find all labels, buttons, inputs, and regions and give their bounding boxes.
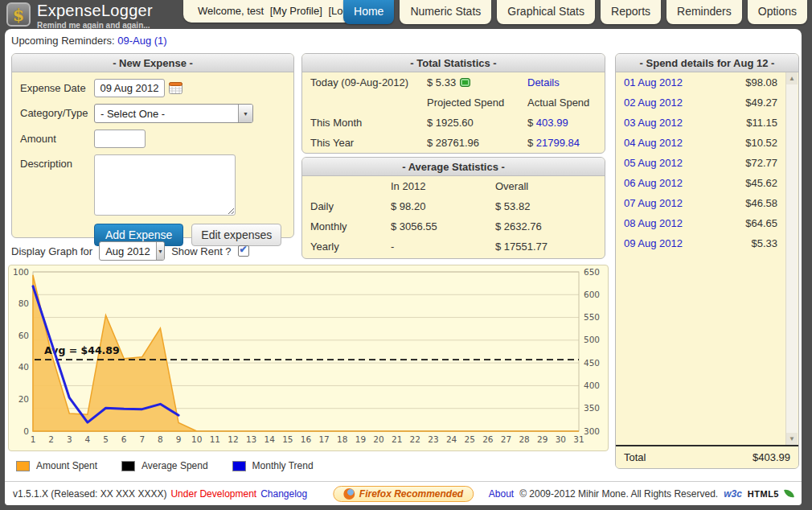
svg-text:7: 7 bbox=[139, 434, 145, 444]
svg-text:400: 400 bbox=[584, 380, 600, 390]
tab-reports[interactable]: Reports bbox=[601, 0, 661, 24]
spend-total-value: $403.99 bbox=[753, 451, 790, 463]
changelog-link[interactable]: Changelog bbox=[260, 488, 307, 500]
details-link[interactable]: Details bbox=[527, 76, 560, 88]
tab-numeric-stats[interactable]: Numeric Stats bbox=[400, 0, 491, 24]
spend-date-link[interactable]: 04 Aug 2012 bbox=[624, 137, 683, 149]
list-item: 02 Aug 2012 $49.27 bbox=[616, 93, 798, 113]
actual-spend-header: Actual Spend bbox=[527, 97, 605, 109]
yearly-overall: $ 17551.77 bbox=[495, 241, 605, 253]
currency-prefix: $ bbox=[527, 137, 536, 149]
legend-label: Amount Spent bbox=[36, 460, 97, 471]
svg-text:3: 3 bbox=[67, 434, 72, 444]
svg-text:30: 30 bbox=[556, 434, 566, 444]
footer-bar: v1.5.1.X (Released: XX XXX XXXX) Under D… bbox=[5, 481, 802, 505]
table-row: Monthly $ 3056.55 $ 2632.76 bbox=[302, 216, 605, 236]
svg-text:21: 21 bbox=[392, 434, 402, 444]
amount-input[interactable] bbox=[94, 130, 146, 148]
svg-text:8: 8 bbox=[158, 434, 163, 444]
firefox-recommended-badge[interactable]: Firefox Recommended bbox=[333, 486, 474, 502]
table-row: This Year $ 28761.96 $ 21799.84 bbox=[302, 133, 605, 153]
expense-date-input[interactable] bbox=[94, 79, 165, 97]
svg-text:40: 40 bbox=[18, 362, 29, 372]
my-profile-link[interactable]: [My Profile] bbox=[270, 5, 322, 17]
show-rent-label: Show Rent ? bbox=[171, 245, 231, 257]
svg-text:6: 6 bbox=[121, 434, 127, 444]
spend-amount: $46.58 bbox=[745, 197, 777, 209]
tab-reminders[interactable]: Reminders bbox=[666, 0, 742, 24]
upcoming-reminders-bar: Upcoming Reminders: 09-Aug (1) bbox=[11, 35, 167, 47]
upcoming-reminder-link[interactable]: 09-Aug (1) bbox=[117, 35, 166, 47]
svg-text:19: 19 bbox=[355, 434, 366, 444]
calendar-icon[interactable] bbox=[169, 81, 182, 97]
app-title: ExpenseLogger bbox=[37, 2, 153, 20]
spend-date-link[interactable]: 05 Aug 2012 bbox=[624, 157, 683, 169]
svg-text:550: 550 bbox=[584, 312, 600, 322]
svg-text:15: 15 bbox=[282, 434, 293, 444]
monthly-label: Monthly bbox=[310, 220, 391, 232]
tab-home[interactable]: Home bbox=[343, 0, 394, 24]
spend-date-link[interactable]: 06 Aug 2012 bbox=[624, 177, 683, 189]
list-item: 05 Aug 2012 $72.77 bbox=[616, 153, 798, 173]
this-year-label: This Year bbox=[310, 137, 427, 149]
legend-item-amount-spent: Amount Spent bbox=[16, 460, 97, 471]
spend-details-panel: - Spend details for Aug 12 - 01 Aug 2012… bbox=[615, 53, 799, 469]
graph-period-select[interactable]: Aug 2012 ▼ bbox=[99, 241, 165, 261]
description-label: Description bbox=[20, 154, 94, 170]
category-select[interactable]: - Select One - ▼ bbox=[94, 104, 253, 123]
list-item: 06 Aug 2012 $45.62 bbox=[616, 173, 798, 193]
svg-text:450: 450 bbox=[584, 358, 600, 368]
spend-date-link[interactable]: 07 Aug 2012 bbox=[624, 197, 683, 209]
scrollbar[interactable]: ▲ ▼ bbox=[785, 72, 798, 445]
version-text: v1.5.1.X (Released: XX XXX XXXX) bbox=[13, 488, 166, 500]
spend-date-link[interactable]: 03 Aug 2012 bbox=[624, 117, 683, 129]
new-expense-title: - New Expense - bbox=[12, 54, 293, 72]
svg-text:2: 2 bbox=[48, 434, 54, 444]
list-item: 01 Aug 2012 $98.08 bbox=[616, 72, 798, 93]
svg-text:31: 31 bbox=[573, 434, 584, 444]
spend-date-link[interactable]: 01 Aug 2012 bbox=[624, 76, 683, 88]
svg-text:11: 11 bbox=[210, 434, 220, 444]
svg-text:80: 80 bbox=[18, 298, 29, 308]
today-label: Today (09-Aug-2012) bbox=[310, 76, 427, 88]
show-rent-checkbox[interactable] bbox=[238, 245, 249, 257]
svg-text:1: 1 bbox=[31, 434, 36, 444]
app-logo-dollar-icon: $ bbox=[6, 2, 31, 27]
spend-date-link[interactable]: 08 Aug 2012 bbox=[624, 217, 683, 229]
spend-amount: $45.62 bbox=[745, 177, 777, 189]
list-item: 03 Aug 2012 $11.15 bbox=[616, 113, 798, 133]
scroll-down-icon[interactable]: ▼ bbox=[786, 433, 798, 445]
this-month-projected: $ 1925.60 bbox=[427, 117, 527, 129]
w3c-badge[interactable]: w3c bbox=[724, 488, 742, 500]
description-textarea[interactable] bbox=[94, 154, 236, 216]
list-item: 09 Aug 2012 $5.33 bbox=[616, 233, 798, 253]
svg-text:100: 100 bbox=[13, 267, 29, 277]
projected-spend-header: Projected Spend bbox=[427, 97, 527, 109]
svg-text:20: 20 bbox=[18, 394, 29, 404]
svg-text:29: 29 bbox=[537, 434, 547, 444]
expense-date-label: Expense Date bbox=[20, 79, 94, 94]
svg-text:28: 28 bbox=[519, 434, 529, 444]
svg-text:27: 27 bbox=[501, 434, 511, 444]
svg-text:20: 20 bbox=[373, 434, 383, 444]
category-label: Category/Type bbox=[20, 104, 94, 119]
html5-badge[interactable]: HTML5 bbox=[748, 489, 779, 499]
spend-amount: $98.08 bbox=[745, 76, 777, 88]
average-statistics-panel: - Average Statistics - In 2012 Overall D… bbox=[301, 157, 605, 259]
display-graph-label: Display Graph for bbox=[11, 245, 92, 257]
in-2012-header: In 2012 bbox=[391, 180, 495, 192]
this-year-projected: $ 28761.96 bbox=[427, 137, 527, 149]
legend-label: Average Spend bbox=[141, 460, 208, 471]
about-link[interactable]: About bbox=[489, 488, 514, 500]
average-spend-swatch-icon bbox=[121, 461, 135, 471]
svg-text:4: 4 bbox=[85, 434, 91, 444]
list-item: 07 Aug 2012 $46.58 bbox=[616, 193, 798, 213]
spend-amount: $10.52 bbox=[745, 137, 777, 149]
scroll-up-icon[interactable]: ▲ bbox=[786, 72, 798, 84]
amount-spent-swatch-icon bbox=[16, 461, 30, 471]
spend-date-link[interactable]: 02 Aug 2012 bbox=[624, 97, 683, 109]
tab-options[interactable]: Options bbox=[748, 0, 807, 24]
graph-controls: Display Graph for Aug 2012 ▼ Show Rent ? bbox=[11, 241, 249, 261]
tab-graphical-stats[interactable]: Graphical Stats bbox=[497, 0, 595, 24]
spend-date-link[interactable]: 09 Aug 2012 bbox=[624, 237, 683, 249]
